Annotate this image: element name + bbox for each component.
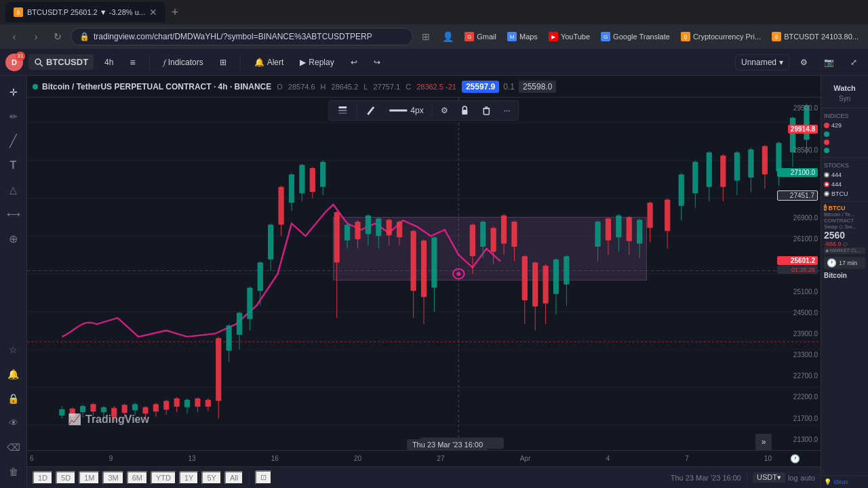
ideas-button[interactable]: 💡 Ideas [824, 479, 865, 485]
price-change: 0.1 [503, 82, 515, 92]
bookmark-crypto[interactable]: ₿ Cryptocurrency Pri... [677, 32, 765, 41]
svg-rect-141 [748, 149, 753, 178]
symbol-search[interactable]: BTCUSDT [28, 54, 94, 70]
draw-sep-2 [432, 104, 433, 117]
replay-icon: ▶ [300, 58, 306, 67]
right-panel: Watch Syn INDICES 429 [821, 76, 868, 488]
extensions-button[interactable]: ⊞ [417, 28, 435, 45]
timezone-button[interactable]: 🕐 [772, 454, 818, 464]
tf-1y[interactable]: 1Y [179, 471, 199, 485]
timer-icon: 🕐 [827, 258, 837, 268]
close-tab-icon[interactable]: ✕ [149, 7, 157, 18]
tf-bar-replay[interactable]: ⊡ [255, 470, 272, 485]
timeframe-selector[interactable]: 4h [99, 55, 119, 70]
bookmark-youtube[interactable]: ▶ YouTube [545, 32, 594, 41]
bookmark-maps[interactable]: M Maps [503, 32, 542, 41]
stock-dot-2 [824, 182, 829, 187]
ohlc-info: O 28574.6 H 28645.2 L 27757.1 C 28362.5 … [277, 83, 456, 91]
date-13: 13 [188, 455, 195, 462]
bookmark-gmail[interactable]: G Gmail [460, 32, 500, 41]
draw-more-button[interactable]: ··· [500, 103, 515, 118]
reload-button[interactable]: ↻ [49, 28, 66, 45]
index-row-2[interactable] [824, 130, 865, 138]
back-button[interactable]: ‹ [5, 28, 23, 45]
draw-magnet-button[interactable] [333, 102, 352, 119]
svg-rect-85 [376, 218, 381, 236]
settings-button[interactable]: ⚙ [795, 55, 813, 70]
sidebar-eye[interactable]: 👁 [3, 412, 24, 434]
sidebar-text[interactable]: T [3, 155, 24, 176]
bookmarks-bar: G Gmail M Maps ▶ YouTube G Google Transl… [460, 24, 863, 49]
address-bar[interactable]: 🔒 tradingview.com/chart/DMDWaYHL/?symbol… [71, 28, 413, 45]
draw-delete-button[interactable] [478, 103, 496, 118]
bottom-sep-2 [747, 472, 747, 483]
active-tab[interactable]: ₿ BTCUSDT.P 25601.2 ▼ -3.28% u... ✕ [5, 2, 165, 22]
stock-row-1[interactable]: 444 [824, 170, 865, 180]
index-row-3[interactable] [824, 138, 865, 146]
alert-icon: 🔔 [254, 58, 264, 67]
index-row-4[interactable] [824, 146, 865, 155]
stock-val-2: 444 [831, 181, 842, 188]
sidebar-lock[interactable]: 🔒 [3, 388, 24, 409]
sidebar-alerts[interactable]: 🔔 [3, 363, 24, 385]
auto-label[interactable]: auto [801, 474, 815, 482]
chart-canvas[interactable]: 29500.0 29914.8 28500.0 27100.0 27451.7 … [27, 98, 821, 450]
tf-1m[interactable]: 1M [79, 471, 100, 485]
avatar-notification[interactable]: D 31 [5, 54, 23, 71]
unnamed-button[interactable]: Unnamed ▾ [735, 54, 789, 70]
redo-button[interactable]: ↪ [368, 55, 386, 70]
svg-rect-37 [122, 405, 127, 413]
add-tab-button[interactable]: + [165, 3, 184, 22]
draw-settings-button[interactable]: ⚙ [437, 103, 452, 118]
layout-icon: ⊞ [220, 58, 226, 67]
bottom-sep [249, 471, 250, 485]
index-row-1[interactable]: 429 [824, 121, 865, 130]
fullscreen-button[interactable]: ⤢ [845, 55, 863, 70]
draw-line-button[interactable]: 4px [384, 102, 427, 119]
draw-lock-button[interactable] [456, 103, 474, 118]
bookmark-btcusdt[interactable]: ₿ BTCUSDT 24103.80... [768, 32, 863, 41]
bar-type-button[interactable]: ≡ [124, 54, 140, 70]
svg-rect-93 [421, 241, 427, 298]
tf-all[interactable]: All [224, 471, 243, 485]
tf-6m[interactable]: 6M [127, 471, 148, 485]
svg-rect-137 [720, 155, 726, 186]
sidebar-watchlist[interactable]: ☆ [3, 339, 24, 361]
stock-row-2[interactable]: 444 [824, 180, 865, 189]
sidebar-shapes[interactable]: △ [3, 179, 24, 201]
indicators-button[interactable]: 𝑓 Indicators [158, 55, 209, 70]
tf-3m[interactable]: 3M [102, 471, 123, 485]
log-label[interactable]: log [788, 474, 798, 482]
sidebar-lines[interactable]: ╱ [3, 130, 24, 152]
tf-ytd[interactable]: YTD [151, 471, 176, 485]
stock-row-3[interactable]: BTCU [824, 189, 865, 199]
bookmark-translate[interactable]: G Google Translate [597, 32, 674, 41]
expand-button[interactable]: » [755, 434, 772, 450]
sidebar-eraser[interactable]: ⌫ [3, 436, 24, 458]
sidebar-trash[interactable]: 🗑 [3, 461, 24, 483]
yt-favicon: ▶ [549, 32, 558, 41]
sidebar-measure[interactable]: ⟷ [3, 203, 24, 225]
tf-1d[interactable]: 1D [33, 471, 53, 485]
alert-button[interactable]: 🔔 Alert [249, 55, 290, 70]
date-apr: Apr [520, 455, 531, 462]
left-sidebar: ✛ ✏ ╱ T △ ⟷ ⊕ ☆ 🔔 🔒 👁 ⌫ 🗑 [0, 76, 27, 488]
undo-button[interactable]: ↩ [345, 55, 363, 70]
layout-button[interactable]: ⊞ [214, 55, 232, 70]
forward-button[interactable]: › [27, 28, 45, 45]
svg-rect-57 [226, 325, 232, 350]
high-label: H [321, 83, 326, 91]
watch-label: Watch [824, 81, 865, 95]
usd-badge[interactable]: USDT▾ [753, 472, 785, 483]
profile-button[interactable]: 👤 [439, 28, 456, 45]
tf-5y[interactable]: 5Y [201, 471, 221, 485]
replay-button[interactable]: ▶ Replay [294, 55, 339, 70]
sidebar-crosshair[interactable]: ✛ [3, 81, 24, 103]
sidebar-pen[interactable]: ✏ [3, 106, 24, 127]
cursor-date-label: Thu 23 Mar '23 16:00 [407, 439, 488, 450]
draw-pen-button[interactable] [361, 102, 380, 119]
camera-button[interactable]: 📷 [818, 55, 840, 70]
sidebar-zoom[interactable]: ⊕ [3, 228, 24, 249]
tf-5d[interactable]: 5D [56, 471, 76, 485]
ideas-section[interactable]: 💡 Ideas [821, 475, 868, 488]
